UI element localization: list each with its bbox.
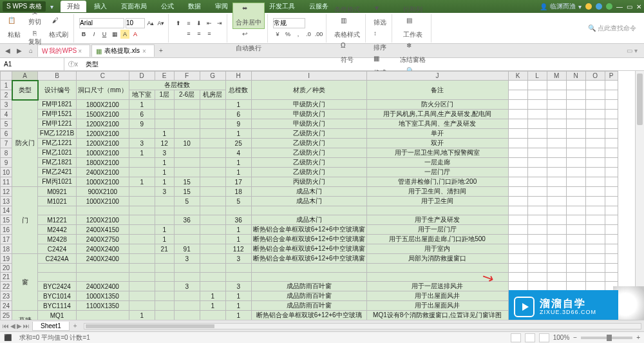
fill-color-icon[interactable]: A: [120, 30, 129, 39]
my-wps-tab[interactable]: W我的WPS×: [37, 44, 90, 57]
menu-tab-7[interactable]: 开发工具: [263, 1, 301, 12]
formula-bar: A1 ⓕx 类型: [0, 58, 644, 71]
border-icon[interactable]: ▦: [110, 30, 119, 39]
close-icon[interactable]: ×: [142, 48, 146, 55]
name-box[interactable]: A1: [0, 58, 64, 70]
grow-font-icon[interactable]: A▴: [146, 19, 155, 28]
add-sheet-icon[interactable]: +: [70, 322, 81, 329]
format-painter-button[interactable]: 🖌格式刷: [46, 15, 71, 41]
align-left-icon[interactable]: ≡: [184, 29, 193, 38]
watermark-brand: 溜溜自学ZIXUE.3D66.COM: [509, 290, 618, 324]
sheet-tabs-bar: ⏮ ◀ ▶ ⏭ Sheet1 +: [0, 320, 644, 331]
row-col-button[interactable]: ▦行和列: [401, 0, 425, 15]
filter-button[interactable]: ▼筛选: [371, 3, 389, 28]
help-icon[interactable]: [596, 3, 602, 10]
dec-decimal-icon[interactable]: .00: [314, 30, 323, 39]
align-bottom-icon[interactable]: ⬇: [194, 19, 204, 28]
sort-button[interactable]: ↕排序: [371, 28, 389, 54]
number-format-select[interactable]: [273, 18, 305, 28]
indent-dec-icon[interactable]: ⇤: [205, 19, 214, 28]
formula-input[interactable]: 类型: [82, 60, 644, 69]
menu-tab-8[interactable]: 云服务: [303, 1, 335, 12]
shrink-font-icon[interactable]: A▾: [156, 19, 166, 28]
zoom-slider[interactable]: [581, 337, 632, 339]
underline-icon[interactable]: U: [100, 30, 109, 39]
cut-button[interactable]: ✂ 剪切: [26, 8, 44, 28]
sheet-last-icon[interactable]: ⏭: [23, 322, 30, 329]
font-color-icon[interactable]: A: [131, 30, 140, 39]
horizontal-scrollbar[interactable]: [84, 323, 641, 329]
inc-decimal-icon[interactable]: .0: [304, 30, 313, 39]
file-tab[interactable]: ▦表格提取.xls×: [91, 44, 155, 57]
skin-icon[interactable]: [585, 3, 592, 10]
font-size-select[interactable]: [126, 18, 145, 28]
zoom-level[interactable]: 100%: [553, 334, 570, 341]
doctab-menu-icon[interactable]: ▭ ▾: [627, 47, 641, 54]
sheet-next-icon[interactable]: ▶: [17, 322, 22, 329]
sheet-tab[interactable]: Sheet1: [32, 322, 70, 331]
minimize-icon[interactable]: —: [616, 3, 623, 10]
command-search[interactable]: 🔍 点此查找命令: [588, 24, 641, 33]
close-icon[interactable]: ×: [78, 48, 82, 55]
view-page-icon[interactable]: [525, 333, 535, 342]
view-break-icon[interactable]: [539, 333, 549, 342]
sheet-first-icon[interactable]: ⏮: [3, 322, 9, 329]
doctab-home-icon[interactable]: ⌂: [26, 46, 36, 56]
align-middle-icon[interactable]: ≡: [184, 19, 193, 28]
cond-format-button[interactable]: ▦条件格式: [332, 0, 363, 15]
percent-icon[interactable]: %: [283, 30, 292, 39]
zoom-out-icon[interactable]: −: [573, 334, 577, 341]
sheet-prev-icon[interactable]: ◀: [10, 322, 15, 329]
paste-button[interactable]: 📋粘贴: [5, 15, 23, 41]
fx-icon[interactable]: ⓕx: [64, 60, 82, 69]
zoom-in-icon[interactable]: +: [636, 334, 640, 341]
status-aggregate: 求和=0 平均值=0 计数=1: [19, 333, 90, 342]
menu-tab-3[interactable]: 公式: [155, 1, 180, 12]
menu-tabs: 开始插入页面布局公式数据审阅视图开发工具云服务: [61, 1, 335, 12]
close-icon[interactable]: ✕: [636, 3, 641, 10]
menu-tab-2[interactable]: 页面布局: [115, 1, 153, 12]
doctab-prev-icon[interactable]: ◀: [3, 46, 13, 56]
wrap-text-button[interactable]: ↩自动换行: [233, 29, 264, 54]
bold-icon[interactable]: B: [79, 30, 88, 39]
align-right-icon[interactable]: ≡: [205, 29, 214, 38]
font-name-select[interactable]: [79, 18, 124, 28]
status-bar: ⬛ 求和=0 平均值=0 计数=1 100% − +: [0, 331, 644, 343]
restore-icon[interactable]: ▭: [627, 3, 632, 10]
italic-icon[interactable]: I: [90, 30, 99, 39]
comma-icon[interactable]: ,: [294, 30, 303, 39]
table-style-button[interactable]: ▥表格样式: [332, 15, 363, 41]
doctab-add-icon[interactable]: +: [156, 46, 166, 56]
status-ready: ⬛: [4, 334, 12, 341]
play-icon: [514, 297, 535, 317]
titlebar: S WPS 表格 ▾ 开始插入页面布局公式数据审阅视图开发工具云服务 👤 临渊而…: [0, 0, 644, 13]
align-center-icon[interactable]: ≡: [194, 29, 204, 38]
document-tabs: ◀ ▶ ⌂ W我的WPS× ▦表格提取.xls× + ▭ ▾: [0, 44, 644, 58]
align-top-icon[interactable]: ⬆: [174, 19, 183, 28]
indent-inc-icon[interactable]: ⇥: [215, 19, 224, 28]
view-normal-icon[interactable]: [511, 333, 521, 342]
feedback-icon[interactable]: [606, 3, 612, 10]
merge-center-button[interactable]: ⬌合并居中: [232, 3, 265, 29]
menu-tab-5[interactable]: 审阅: [209, 1, 234, 12]
menu-tab-1[interactable]: 插入: [88, 1, 113, 12]
user-badge[interactable]: 👤 临渊而渔▾: [540, 2, 582, 11]
worksheet-button[interactable]: ▤工作表: [401, 15, 425, 41]
doctab-next-icon[interactable]: ▶: [14, 46, 24, 56]
ribbon: 📋粘贴 ✂ 剪切 ⎘ 复制 🖌格式刷 A▴ A▾ B I U ▦ A A ⬆ ≡: [0, 13, 644, 44]
menu-tab-4[interactable]: 数据: [182, 1, 207, 12]
currency-icon[interactable]: ¥: [273, 30, 282, 39]
